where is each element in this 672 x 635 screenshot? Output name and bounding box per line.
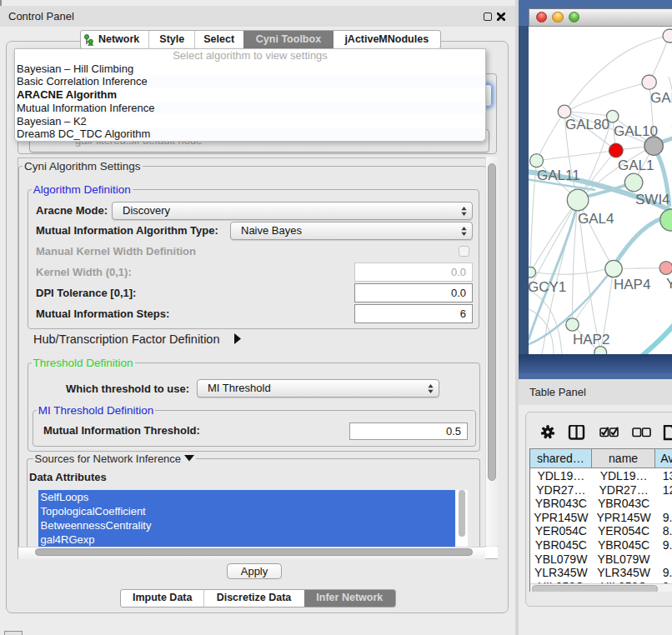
svg-text:SWI4: SWI4 [635,192,670,208]
svg-text:GAL11: GAL11 [537,168,580,183]
svg-text:Y: Y [666,276,672,292]
svg-text:HAP2: HAP2 [573,332,609,348]
svg-text:GAL2: GAL2 [650,90,672,106]
svg-text:GAL1: GAL1 [618,158,654,173]
svg-text:GAL80: GAL80 [565,117,609,132]
svg-text:GAL4: GAL4 [578,211,614,227]
svg-text:GAL10: GAL10 [614,123,658,139]
svg-text:GCY1: GCY1 [529,279,566,295]
svg-text:HAP4: HAP4 [614,277,650,292]
